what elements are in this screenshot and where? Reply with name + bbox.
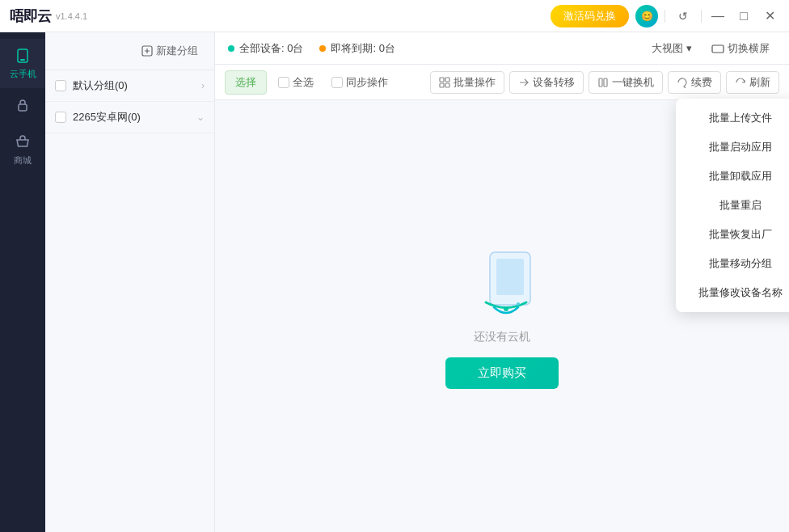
shop-icon xyxy=(14,133,32,151)
svg-rect-4 xyxy=(712,45,724,53)
separator2 xyxy=(701,10,702,23)
one-key-change-label: 一键换机 xyxy=(612,75,654,90)
expiring-dot xyxy=(319,45,326,52)
main-container: 云手机 商城 xyxy=(0,32,789,532)
maximize-button[interactable]: □ xyxy=(734,6,753,26)
all-devices-dot xyxy=(228,45,234,52)
dropdown-item-upload[interactable]: 批量上传文件 xyxy=(676,103,789,133)
batch-ops-label: 批量操作 xyxy=(454,75,496,90)
select-all-checkbox[interactable] xyxy=(278,77,289,88)
svg-rect-12 xyxy=(496,259,524,295)
new-group-button[interactable]: 新建分组 xyxy=(135,40,205,61)
svg-rect-1 xyxy=(20,59,25,61)
stats-bar: 全部设备: 0台 即将到期: 0台 大视图 ▾ 切换横屏 xyxy=(215,32,789,65)
left-panel-header: 新建分组 xyxy=(45,32,214,70)
new-group-icon xyxy=(141,45,153,57)
device-transfer-label: 设备转移 xyxy=(533,75,575,90)
expiring-text: 即将到期: 0台 xyxy=(331,41,394,56)
switch-screen-icon xyxy=(711,43,724,54)
svg-rect-6 xyxy=(445,78,449,82)
dropdown-item-factory-reset[interactable]: 批量恢复出厂 xyxy=(676,220,789,249)
batch-ops-dropdown: 批量上传文件 批量启动应用 批量卸载应用 批量重启 批量恢复出厂 批量移动分组 … xyxy=(676,99,789,312)
separator xyxy=(665,10,665,23)
large-view-button[interactable]: 大视图 ▾ xyxy=(645,39,698,58)
renew-icon xyxy=(677,77,688,88)
close-button[interactable]: ✕ xyxy=(760,6,779,26)
activate-button[interactable]: 激活码兑换 xyxy=(551,5,629,27)
select-toolbar: 选择 全选 同步操作 批量操作 xyxy=(215,65,789,100)
app-logo: 唔即云 v1.4.4.1 xyxy=(10,6,87,26)
select-all-label: 全选 xyxy=(293,75,314,90)
svg-rect-7 xyxy=(440,83,444,87)
batch-ops-button[interactable]: 批量操作 xyxy=(430,71,504,94)
chevron-down-icon: ▾ xyxy=(686,42,692,54)
lock-icon xyxy=(14,96,32,114)
sidebar: 云手机 商城 xyxy=(0,32,45,532)
sidebar-item-lock[interactable] xyxy=(0,88,45,125)
svg-rect-8 xyxy=(445,83,449,87)
dropdown-item-move-group[interactable]: 批量移动分组 xyxy=(676,249,789,278)
titlebar-controls: 激活码兑换 😊 ↺ — □ ✕ xyxy=(551,5,779,27)
avatar[interactable]: 😊 xyxy=(635,5,658,27)
minimize-button[interactable]: — xyxy=(708,6,728,26)
one-key-change-icon xyxy=(597,77,609,88)
switch-screen-button[interactable]: 切换横屏 xyxy=(705,39,776,58)
group-checkbox-2265[interactable] xyxy=(55,112,66,123)
batch-ops-icon xyxy=(439,77,450,88)
refresh-icon xyxy=(735,77,746,88)
group-checkbox-default[interactable] xyxy=(55,80,66,91)
renew-button[interactable]: 续费 xyxy=(668,71,721,94)
empty-state-text: 还没有云机 xyxy=(474,330,530,344)
left-panel: 新建分组 默认分组(0) › 2265安卓网(0) ⌄ xyxy=(45,32,215,532)
shop-label: 商城 xyxy=(14,154,32,167)
empty-illustration xyxy=(454,244,551,317)
select-button[interactable]: 选择 xyxy=(225,70,267,95)
large-view-label: 大视图 xyxy=(652,41,683,56)
svg-rect-10 xyxy=(604,78,607,87)
stat-all-devices: 全部设备: 0台 xyxy=(228,41,303,56)
sync-ops-option[interactable]: 同步操作 xyxy=(325,71,394,94)
one-key-change-button[interactable]: 一键换机 xyxy=(589,71,663,94)
switch-screen-label: 切换横屏 xyxy=(728,41,770,56)
refresh-icon-btn[interactable]: ↺ xyxy=(672,5,694,27)
group-arrow-icon: › xyxy=(201,80,205,91)
refresh-button[interactable]: 刷新 xyxy=(726,71,779,94)
svg-rect-9 xyxy=(599,78,602,87)
refresh-label: 刷新 xyxy=(749,75,770,90)
dropdown-item-launch-app[interactable]: 批量启动应用 xyxy=(676,133,789,162)
sync-checkbox[interactable] xyxy=(331,77,343,88)
titlebar: 唔即云 v1.4.4.1 激活码兑换 😊 ↺ — □ ✕ xyxy=(0,0,789,32)
new-group-label: 新建分组 xyxy=(156,44,198,58)
svg-rect-5 xyxy=(440,78,444,82)
cloud-phone-icon xyxy=(14,47,32,65)
buy-now-button[interactable]: 立即购买 xyxy=(445,357,559,389)
dropdown-item-uninstall[interactable]: 批量卸载应用 xyxy=(676,162,789,191)
sidebar-item-shop[interactable]: 商城 xyxy=(0,125,45,175)
svg-rect-2 xyxy=(19,104,27,111)
content-area: 全部设备: 0台 即将到期: 0台 大视图 ▾ 切换横屏 xyxy=(215,32,789,532)
all-devices-text: 全部设备: 0台 xyxy=(239,41,303,56)
group-expand-icon: ⌄ xyxy=(196,112,205,123)
device-transfer-icon xyxy=(518,77,530,88)
stat-expiring: 即将到期: 0台 xyxy=(319,41,394,56)
select-all-option[interactable]: 全选 xyxy=(272,71,320,94)
view-options: 大视图 ▾ 切换横屏 xyxy=(645,39,776,58)
group-item-2265[interactable]: 2265安卓网(0) ⌄ xyxy=(45,102,214,133)
cloud-phone-label: 云手机 xyxy=(10,68,36,80)
app-version: v1.4.4.1 xyxy=(56,11,87,21)
app-name: 唔即云 xyxy=(10,6,51,26)
sidebar-item-cloud-phone[interactable]: 云手机 xyxy=(0,39,45,88)
group-item-default[interactable]: 默认分组(0) › xyxy=(45,70,214,102)
svg-point-13 xyxy=(504,306,508,311)
sync-ops-label: 同步操作 xyxy=(346,75,388,90)
svg-point-14 xyxy=(517,302,520,306)
group-name-default: 默认分组(0) xyxy=(73,78,195,93)
dropdown-item-rename[interactable]: 批量修改设备名称 xyxy=(676,278,789,307)
dropdown-item-restart[interactable]: 批量重启 xyxy=(676,191,789,220)
renew-label: 续费 xyxy=(691,75,712,90)
device-transfer-button[interactable]: 设备转移 xyxy=(509,71,584,94)
group-name-2265: 2265安卓网(0) xyxy=(73,110,190,125)
